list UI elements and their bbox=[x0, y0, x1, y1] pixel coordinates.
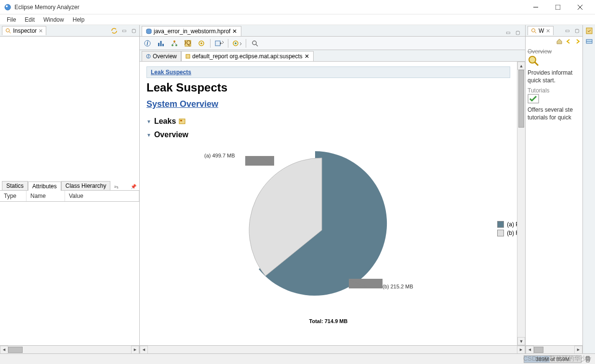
histogram-icon[interactable] bbox=[156, 39, 166, 48]
svg-rect-48 bbox=[586, 356, 589, 357]
scroll-thumb[interactable] bbox=[518, 70, 524, 128]
scroll-up-icon[interactable]: ▲ bbox=[517, 62, 525, 70]
right-trim bbox=[582, 25, 595, 353]
callout-a: (a) 499.7 MB bbox=[204, 153, 235, 158]
trim-icon-1[interactable] bbox=[585, 27, 593, 35]
tutorials-check-icon[interactable] bbox=[528, 94, 581, 104]
titlebar: Eclipse Memory Analyzer bbox=[0, 0, 595, 14]
run-report-icon[interactable] bbox=[214, 39, 224, 48]
scroll-left-icon[interactable]: ◄ bbox=[0, 346, 8, 354]
tab-class-hierarchy[interactable]: Class Hierarchy bbox=[61, 181, 111, 190]
menu-edit[interactable]: Edit bbox=[21, 15, 39, 24]
inspector-tab[interactable]: Inspector ✕ bbox=[2, 26, 46, 35]
subtab-default-report[interactable]: default_report org.eclipse.mat.api:suspe… bbox=[181, 51, 314, 61]
workspace: Inspector ✕ ▭ ▢ Statics Attributes Class… bbox=[0, 25, 595, 353]
svg-point-14 bbox=[173, 40, 175, 42]
section-overview[interactable]: ▼ Overview bbox=[146, 130, 510, 139]
close-icon[interactable]: ✕ bbox=[304, 53, 309, 60]
col-name[interactable]: Name bbox=[26, 191, 65, 201]
tab-attributes[interactable]: Attributes bbox=[28, 182, 61, 191]
scroll-thumb[interactable] bbox=[534, 347, 543, 353]
home-icon[interactable] bbox=[555, 38, 563, 45]
minimize-view-icon[interactable]: ▭ bbox=[120, 27, 128, 35]
sync-icon[interactable] bbox=[110, 27, 118, 35]
tab-statics[interactable]: Statics bbox=[2, 181, 28, 190]
back-icon[interactable] bbox=[565, 38, 572, 45]
scroll-right-icon[interactable]: ► bbox=[131, 346, 139, 354]
welcome-hscrollbar[interactable]: ◄ ► bbox=[526, 345, 582, 353]
subtab-overview[interactable]: i Overview bbox=[142, 51, 181, 61]
menu-help[interactable]: Help bbox=[69, 15, 89, 24]
search-icon[interactable] bbox=[250, 39, 260, 48]
close-icon[interactable]: ✕ bbox=[546, 28, 550, 34]
svg-point-22 bbox=[200, 42, 202, 44]
trim-icon-2[interactable] bbox=[585, 38, 593, 45]
menu-file[interactable]: File bbox=[3, 15, 20, 24]
report-hscrollbar[interactable]: ◄ ► bbox=[140, 345, 525, 353]
scroll-down-icon[interactable]: ▼ bbox=[517, 337, 525, 345]
scroll-right-icon[interactable]: ► bbox=[517, 346, 525, 354]
overview-magnifier-icon[interactable] bbox=[528, 55, 581, 66]
maximize-button[interactable] bbox=[547, 0, 569, 14]
close-icon[interactable]: ✕ bbox=[232, 28, 237, 35]
inspector-pane: Inspector ✕ ▭ ▢ Statics Attributes Class… bbox=[0, 25, 140, 353]
heap-status[interactable]: 389M of 859M bbox=[524, 355, 582, 363]
pin-icon[interactable]: 📌 bbox=[130, 182, 137, 190]
oql-icon[interactable]: OQL bbox=[183, 39, 193, 48]
scroll-right-icon[interactable]: ► bbox=[574, 346, 582, 354]
legend-label-a: (a) P bbox=[507, 221, 517, 228]
subtab-overview-label: Overview bbox=[153, 53, 177, 60]
close-icon[interactable]: ✕ bbox=[39, 28, 43, 34]
dominator-tree-icon[interactable] bbox=[170, 39, 179, 48]
section-leaks[interactable]: ▼ Leaks bbox=[146, 117, 510, 126]
subtab-default-report-label: default_report org.eclipse.mat.api:suspe… bbox=[192, 53, 303, 60]
svg-point-0 bbox=[5, 4, 11, 10]
maximize-view-icon[interactable]: ▢ bbox=[573, 27, 581, 35]
maximize-editor-icon[interactable]: ▢ bbox=[514, 28, 521, 36]
thread-icon[interactable] bbox=[197, 39, 206, 48]
svg-rect-13 bbox=[162, 44, 164, 46]
forward-icon[interactable] bbox=[574, 38, 582, 45]
welcome-tab[interactable]: W ✕ bbox=[528, 26, 554, 35]
maximize-view-icon[interactable]: ▢ bbox=[130, 27, 137, 35]
minimize-button[interactable] bbox=[525, 0, 547, 14]
callout-line-b bbox=[349, 279, 383, 288]
svg-rect-3 bbox=[555, 5, 560, 10]
report-vscrollbar[interactable]: ▲ ▼ bbox=[517, 62, 525, 345]
system-overview-link[interactable]: System Overview bbox=[146, 99, 510, 109]
svg-line-27 bbox=[256, 44, 258, 46]
query-browser-icon[interactable] bbox=[232, 39, 242, 48]
scroll-left-icon[interactable]: ◄ bbox=[140, 346, 148, 354]
scroll-left-icon[interactable]: ◄ bbox=[526, 346, 534, 354]
editor-tab-hprof[interactable]: java_error_in_webstorm.hprof ✕ bbox=[142, 26, 241, 36]
svg-line-17 bbox=[172, 42, 174, 44]
tutorials-heading: Tutorials bbox=[528, 87, 581, 94]
inspector-tab-row: Inspector ✕ ▭ ▢ bbox=[0, 25, 139, 37]
heap-text: 389M of 859M bbox=[536, 356, 569, 362]
scroll-thumb[interactable] bbox=[8, 347, 23, 353]
statusbar: 389M of 859M bbox=[0, 353, 595, 364]
inspector-hscrollbar[interactable]: ◄ ► bbox=[0, 345, 139, 353]
heap-file-icon bbox=[146, 28, 152, 34]
svg-rect-23 bbox=[215, 41, 220, 46]
welcome-nav bbox=[526, 37, 582, 46]
inspector-lower-tabs: Statics Attributes Class Hierarchy »₁ 📌 bbox=[0, 180, 139, 191]
col-value[interactable]: Value bbox=[65, 191, 139, 201]
svg-point-16 bbox=[175, 44, 177, 46]
menu-window[interactable]: Window bbox=[40, 15, 68, 24]
minimize-view-icon[interactable]: ▭ bbox=[563, 27, 571, 35]
legend-item-a: (a) P bbox=[497, 221, 517, 228]
svg-line-35 bbox=[349, 280, 368, 287]
col-type[interactable]: Type bbox=[0, 191, 26, 201]
gc-icon[interactable] bbox=[584, 355, 591, 363]
magnifier-icon bbox=[5, 28, 11, 34]
collapse-icon: ▼ bbox=[146, 119, 151, 124]
overflow-icon[interactable]: »₁ bbox=[112, 182, 120, 190]
info-icon[interactable]: i bbox=[143, 39, 152, 48]
section-leaks-label: Leaks bbox=[154, 117, 176, 126]
svg-line-18 bbox=[174, 42, 176, 44]
minimize-editor-icon[interactable]: ▭ bbox=[504, 28, 512, 36]
close-button[interactable] bbox=[569, 0, 591, 14]
breadcrumb-link[interactable]: Leak Suspects bbox=[151, 69, 191, 76]
legend-swatch-b bbox=[497, 230, 504, 236]
